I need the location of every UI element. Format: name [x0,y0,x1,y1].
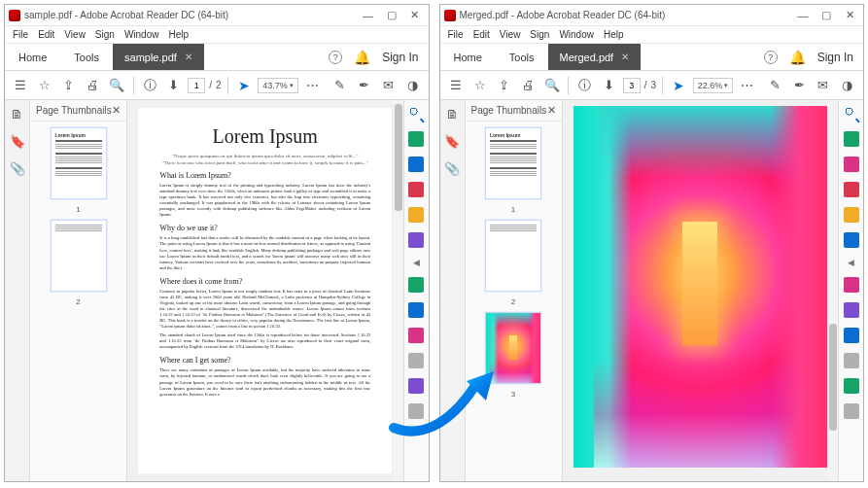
bookmark-rail-icon[interactable]: 🔖 [444,133,460,149]
organize-pages-icon[interactable] [844,277,859,293]
notifications-icon[interactable]: 🔔 [354,50,370,65]
sign-in-link[interactable]: Sign In [382,51,418,64]
protect-icon[interactable] [844,353,859,368]
combine-files-icon[interactable] [408,232,424,248]
menu-help[interactable]: Help [604,29,624,40]
menu-sign[interactable]: Sign [530,29,549,40]
tab-home[interactable]: Home [5,44,60,70]
menu-file[interactable]: File [448,29,464,40]
page-number-input[interactable] [623,78,641,93]
more-tools-rail-icon[interactable] [408,403,424,419]
scroll-thumb[interactable] [829,324,837,431]
sign-icon[interactable]: ✒ [789,75,810,96]
selection-arrow-icon[interactable]: ➤ [233,75,254,96]
fill-sign-icon[interactable] [408,378,424,394]
thumbnail-page[interactable]: Lorem Ipsum [51,127,107,199]
fill-sign-icon[interactable] [844,378,859,394]
print-icon[interactable]: 🖨 [518,75,538,96]
menu-help[interactable]: Help [168,29,189,40]
protect-icon[interactable] [408,353,424,368]
create-pdf-icon[interactable] [408,182,424,197]
edit-pdf-icon[interactable] [844,157,859,172]
page-up-icon[interactable]: ⓘ [574,75,595,96]
tab-document[interactable]: sample.pdf ✕ [113,44,204,70]
menu-view[interactable]: View [500,29,521,40]
sidebar-toggle-icon[interactable]: ☰ [11,75,31,96]
close-window-button[interactable]: ✕ [409,10,421,21]
thumbnails-rail-icon[interactable]: 🗎 [444,106,460,122]
organize-pages-icon[interactable] [408,277,424,293]
zoom-dropdown[interactable]: 22.6% ▾ [693,78,734,93]
close-thumbnails-icon[interactable]: ✕ [547,104,556,117]
compress-pdf-icon[interactable] [408,302,424,318]
attachment-rail-icon[interactable]: 📎 [444,160,460,176]
share-icon[interactable]: ⇪ [59,75,80,96]
document-view[interactable] [563,100,839,481]
document-view[interactable]: Lorem Ipsum "Neque porro quisquam est qu… [127,100,403,481]
account-icon[interactable]: ◑ [402,75,423,96]
bookmark-rail-icon[interactable]: 🔖 [10,133,25,149]
star-icon[interactable]: ☆ [469,75,490,96]
search-pane-icon[interactable] [844,106,859,122]
zoom-dropdown[interactable]: 43.7% ▾ [258,78,298,93]
mail-icon[interactable]: ✉ [378,75,399,96]
thumbnail-page[interactable] [51,220,107,292]
highlight-icon[interactable]: ✎ [765,75,785,96]
page-number-input[interactable] [188,78,205,93]
export-pdf-icon[interactable] [408,131,424,147]
menu-file[interactable]: File [13,29,28,40]
page-down-icon[interactable]: ⬇ [599,75,619,96]
tab-document[interactable]: Merged.pdf ✕ [548,44,642,70]
more-tools-rail-icon[interactable] [844,403,859,419]
account-icon[interactable]: ◑ [837,75,857,96]
redact-icon[interactable] [844,328,859,343]
thumbnail-page[interactable]: Lorem Ipsum [485,127,541,199]
notifications-icon[interactable]: 🔔 [789,50,806,65]
close-thumbnails-icon[interactable]: ✕ [112,104,121,117]
more-tools-icon[interactable]: ⋯ [302,75,323,96]
export-pdf-icon[interactable] [844,131,859,147]
highlight-icon[interactable]: ✎ [330,75,351,96]
search-pane-icon[interactable] [408,106,424,122]
thumbnail-page[interactable] [485,312,541,384]
search-tool-icon[interactable]: 🔍 [107,75,127,96]
scrollbar[interactable] [394,100,403,481]
menu-sign[interactable]: Sign [95,29,115,40]
attachment-rail-icon[interactable]: 📎 [10,160,25,176]
tab-tools[interactable]: Tools [60,44,113,70]
menu-window[interactable]: Window [124,29,159,40]
comment-icon[interactable] [408,207,424,223]
compress-pdf-icon[interactable] [844,302,859,318]
sign-in-link[interactable]: Sign In [817,51,853,64]
thumbnails-rail-icon[interactable]: 🗎 [10,106,25,122]
more-tools-icon[interactable]: ⋯ [737,75,757,96]
menu-view[interactable]: View [64,29,86,40]
maximize-button[interactable]: ▢ [386,10,398,21]
collapse-rail-icon[interactable]: ◀ [848,258,854,267]
sign-icon[interactable]: ✒ [354,75,374,96]
scrollbar[interactable] [828,100,838,481]
combine-files-icon[interactable] [844,232,859,248]
thumbnail-page[interactable] [485,220,541,292]
redact-icon[interactable] [408,328,424,343]
mail-icon[interactable]: ✉ [814,75,834,96]
help-icon[interactable]: ? [329,51,342,64]
page-down-icon[interactable]: ⬇ [163,75,184,96]
sidebar-toggle-icon[interactable]: ☰ [446,75,467,96]
help-icon[interactable]: ? [764,51,778,64]
tab-home[interactable]: Home [440,44,496,70]
tab-tools[interactable]: Tools [496,44,548,70]
menu-edit[interactable]: Edit [38,29,54,40]
print-icon[interactable]: 🖨 [83,75,103,96]
star-icon[interactable]: ☆ [35,75,55,96]
minimize-button[interactable]: — [797,10,809,21]
maximize-button[interactable]: ▢ [820,10,832,21]
scroll-thumb[interactable] [395,104,402,211]
create-pdf-icon[interactable] [844,182,859,197]
collapse-rail-icon[interactable]: ◀ [413,258,420,267]
comment-icon[interactable] [844,207,859,223]
search-tool-icon[interactable]: 🔍 [542,75,563,96]
page-up-icon[interactable]: ⓘ [140,75,160,96]
menu-edit[interactable]: Edit [473,29,490,40]
share-icon[interactable]: ⇪ [494,75,514,96]
